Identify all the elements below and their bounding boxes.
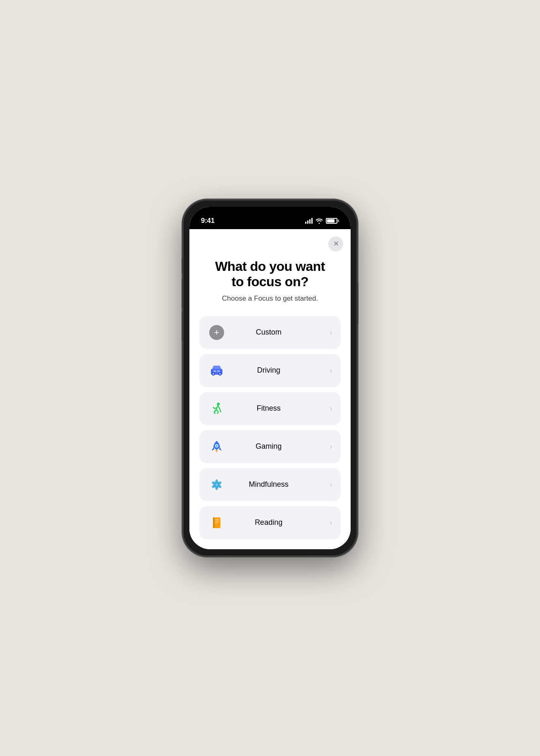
mute-button: [182, 258, 183, 273]
chevron-right-icon: ›: [330, 480, 332, 489]
content-area: ✕ What do you want to focus on? Choose a…: [189, 229, 351, 549]
status-icons: [305, 218, 339, 224]
custom-label: Custom: [208, 328, 330, 337]
phone-frame: 9:41: [183, 200, 357, 556]
status-bar: 9:41: [189, 207, 351, 229]
subtitle: Choose a Focus to get started.: [208, 294, 332, 303]
gaming-label: Gaming: [208, 442, 330, 451]
battery-icon: [326, 218, 339, 224]
fitness-label: Fitness: [208, 404, 330, 413]
chevron-right-icon: ›: [330, 366, 332, 375]
volume-up-button: [182, 279, 183, 308]
chevron-right-icon: ›: [330, 518, 332, 527]
close-button[interactable]: ✕: [328, 237, 343, 251]
focus-list: + Custom ›: [199, 316, 341, 539]
dynamic-island: [245, 212, 295, 226]
chevron-right-icon: ›: [330, 404, 332, 413]
focus-item-mindfulness[interactable]: Mindfulness ›: [199, 468, 341, 501]
focus-item-gaming[interactable]: Gaming ›: [199, 430, 341, 463]
signal-icon: [305, 218, 313, 224]
volume-down-button: [182, 312, 183, 341]
focus-item-reading[interactable]: Reading ›: [199, 506, 341, 539]
chevron-right-icon: ›: [330, 328, 332, 337]
mindfulness-label: Mindfulness: [208, 480, 330, 489]
focus-item-custom[interactable]: + Custom ›: [199, 316, 341, 349]
wifi-icon: [315, 218, 323, 224]
main-title: What do you want to focus on?: [208, 259, 332, 289]
driving-label: Driving: [208, 366, 330, 375]
close-icon: ✕: [333, 241, 339, 247]
status-time: 9:41: [201, 217, 215, 225]
reading-label: Reading: [208, 518, 330, 527]
chevron-right-icon: ›: [330, 442, 332, 451]
focus-item-fitness[interactable]: Fitness ›: [199, 392, 341, 425]
title-section: What do you want to focus on? Choose a F…: [199, 259, 341, 303]
power-button: [357, 283, 358, 324]
phone-screen: 9:41: [189, 207, 351, 549]
focus-item-driving[interactable]: Driving ›: [199, 354, 341, 387]
